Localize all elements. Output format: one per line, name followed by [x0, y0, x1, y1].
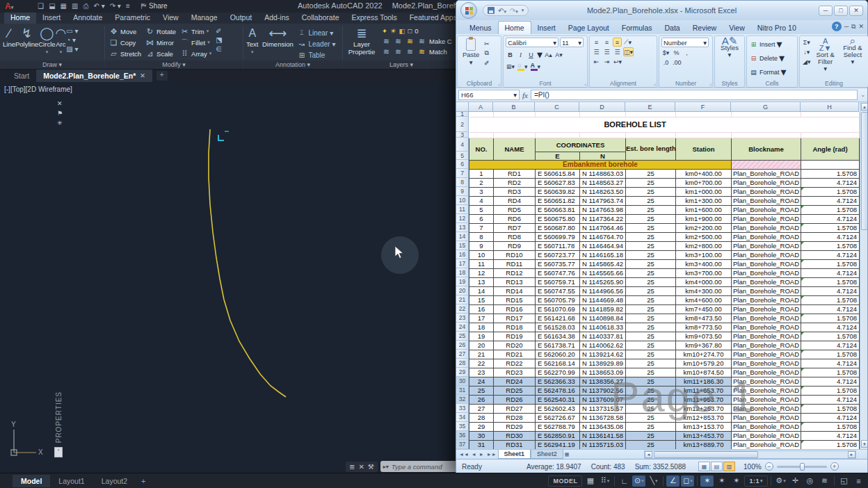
table-cell[interactable]: N 1137315.57	[580, 404, 626, 413]
table-cell[interactable]: 4.7124	[801, 232, 860, 241]
workbook-close-icon[interactable]: ✕	[858, 23, 864, 30]
acad-tab-view[interactable]: View	[156, 13, 185, 24]
column-header-h[interactable]: H	[801, 102, 859, 112]
table-cell[interactable]: 1.5708	[801, 295, 860, 304]
table-cell[interactable]: 29	[469, 422, 494, 431]
table-cell[interactable]: E 560663.81	[536, 205, 580, 214]
table-cell[interactable]: 22	[469, 359, 494, 368]
excel-tab-menus[interactable]: Menus	[463, 22, 498, 34]
table-cell[interactable]: N 1141859.82	[580, 304, 626, 314]
annotation-panel-label[interactable]: Annotation ▾	[243, 60, 342, 69]
header-name[interactable]: NAME	[494, 138, 536, 160]
table-cell[interactable]: 25	[626, 250, 676, 259]
row-header-24[interactable]: 24	[456, 323, 469, 332]
table-cell[interactable]: 25	[626, 205, 676, 214]
table-cell[interactable]: RD2	[494, 178, 536, 187]
normal-view-icon[interactable]: ▦	[698, 462, 710, 471]
table-cell[interactable]: km1+300.00	[676, 196, 732, 205]
acad-tab-parametric[interactable]: Parametric	[108, 13, 156, 24]
close-button[interactable]: ✕	[849, 6, 863, 16]
table-cell[interactable]: Plan_Borehole_ROAD	[732, 359, 801, 368]
copy-button[interactable]: ❏Copy	[109, 37, 141, 48]
excel-tab-insert[interactable]: Insert	[531, 22, 562, 34]
table-cell[interactable]: km10+274.70	[676, 350, 732, 359]
scroll-right-icon[interactable]: ►	[848, 451, 855, 458]
table-cell[interactable]: E 560723.77	[536, 250, 580, 259]
ortho-mode-icon[interactable]: ∟	[618, 475, 631, 487]
zoom-slider[interactable]	[777, 466, 827, 468]
row-header-25[interactable]: 25	[456, 332, 469, 341]
borders-icon[interactable]: ⊞▾	[506, 62, 515, 71]
table-cell[interactable]: N 1147963.74	[580, 196, 626, 205]
table-cell[interactable]: 21	[469, 350, 494, 359]
table-cell[interactable]: 1.5708	[801, 440, 860, 449]
zoom-level[interactable]: 100%	[744, 463, 762, 471]
row-header-6[interactable]: 6	[456, 160, 469, 169]
layers-panel-label[interactable]: Layers ▾	[343, 60, 460, 69]
table-cell[interactable]: N 1146464.94	[580, 241, 626, 250]
row-header-28[interactable]: 28	[456, 359, 469, 368]
command-customize-icon[interactable]: ⚒	[368, 463, 374, 471]
table-cell[interactable]: 5	[469, 205, 494, 214]
table-cell[interactable]: E 560615.84	[536, 169, 580, 178]
graphics-performance-icon[interactable]: ≋	[818, 475, 831, 487]
table-cell[interactable]: 25	[626, 404, 676, 413]
table-cell[interactable]: E 562478.16	[536, 386, 580, 395]
table-cell[interactable]: N 1144966.56	[580, 286, 626, 295]
align-bottom-icon[interactable]: ≡	[613, 38, 622, 47]
row-header-11[interactable]: 11	[456, 205, 469, 214]
table-cell[interactable]: Plan_Borehole_ROAD	[732, 232, 801, 241]
arc-button[interactable]: ◠Arc▾	[56, 24, 67, 56]
table-cell[interactable]: Plan_Borehole_ROAD	[732, 241, 801, 250]
table-cell[interactable]: 1.5708	[801, 422, 860, 431]
table-cell[interactable]: RD20	[494, 341, 536, 350]
prev-sheet-icon[interactable]: ◄	[470, 452, 478, 457]
undo-icon[interactable]: ↶▾	[498, 7, 506, 15]
column-header-a[interactable]: A	[469, 102, 493, 112]
acad-tab-collaborate[interactable]: Collaborate	[296, 13, 346, 24]
align-middle-icon[interactable]: ≡	[602, 38, 611, 47]
table-cell[interactable]: 6	[469, 214, 494, 223]
table-cell[interactable]: RD3	[494, 187, 536, 196]
table-cell[interactable]: RD1	[494, 169, 536, 178]
table-cell[interactable]: RD8	[494, 232, 536, 241]
table-cell[interactable]: RD18	[494, 323, 536, 332]
table-cell[interactable]: RD16	[494, 304, 536, 314]
layout-tab-model[interactable]: Model	[13, 475, 50, 487]
workbook-minimize-icon[interactable]: ─	[844, 23, 849, 30]
table-cell[interactable]: Plan_Borehole_ROAD	[732, 304, 801, 314]
save-icon[interactable]	[488, 7, 495, 14]
table-cell[interactable]: E 562850.91	[536, 431, 580, 440]
format-cells-button[interactable]: ▤Format▾	[749, 65, 795, 79]
fill-color-icon[interactable]: ◌▾	[517, 62, 529, 71]
formula-input[interactable]: =PI()	[531, 90, 858, 100]
excel-tab-review[interactable]: Review	[686, 22, 723, 34]
dimension-button[interactable]: ⟷Dimension	[261, 24, 294, 60]
column-header-d[interactable]: D	[579, 102, 625, 112]
palette-flag-icon[interactable]: ⚑	[57, 110, 63, 117]
table-cell[interactable]: 1.5708	[801, 277, 860, 286]
new-drawing-tab-icon[interactable]: +	[156, 71, 168, 81]
acad-tab-add-ins[interactable]: Add-ins	[258, 13, 296, 24]
header-northing[interactable]: N	[580, 152, 626, 160]
table-cell[interactable]: Plan_Borehole_ROAD	[732, 332, 801, 341]
layer-freeze-icon[interactable]: ☀	[390, 27, 396, 35]
styles-button[interactable]: A✎ Styles▾	[717, 38, 742, 58]
mirror-button[interactable]: ⋈Mirror	[145, 37, 176, 48]
undo-icon[interactable]: ↶ ▾	[94, 2, 105, 10]
table-cell[interactable]: km8+773.50	[676, 323, 732, 332]
hatch-icon[interactable]: ▨ ▾	[66, 45, 78, 53]
table-cell[interactable]: Plan_Borehole_ROAD	[732, 413, 801, 422]
snap-mode-icon[interactable]: ⠿▾	[598, 475, 611, 487]
table-cell[interactable]: E 560705.79	[536, 295, 580, 304]
table-cell[interactable]: 11	[469, 259, 494, 268]
table-cell[interactable]: E 560627.83	[536, 178, 580, 187]
table-cell[interactable]: 17	[469, 314, 494, 323]
sort-filter-button[interactable]: AZ▼ Sort & Filter▾	[813, 38, 837, 72]
alignment-dialog-launcher-icon[interactable]: ⌟	[654, 81, 656, 86]
table-cell[interactable]: E 560687.80	[536, 223, 580, 232]
array-button[interactable]: ⠿Array ▾	[180, 48, 211, 59]
match-layer-button[interactable]: Match	[429, 48, 447, 56]
row-header-22[interactable]: 22	[456, 304, 469, 314]
table-cell[interactable]: 25	[626, 323, 676, 332]
